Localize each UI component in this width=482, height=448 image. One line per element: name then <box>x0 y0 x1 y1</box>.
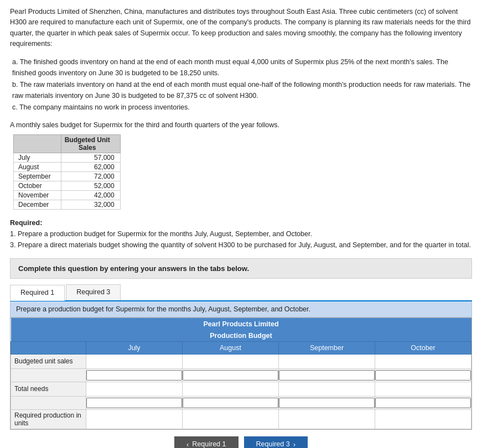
list-item: October52,000 <box>14 181 121 190</box>
budget-subtitle-row: Production Budget <box>11 330 471 342</box>
empty-october-2[interactable] <box>375 396 471 409</box>
required-header-label: Required: <box>10 219 42 227</box>
input-september-total[interactable] <box>282 385 371 393</box>
tab-required-1[interactable]: Required 1 <box>10 285 65 301</box>
prev-button[interactable]: ‹ Required 1 <box>174 436 239 448</box>
required-item: 3. Prepare a direct materials budget sho… <box>10 239 472 251</box>
col-october-header: October <box>375 341 471 354</box>
empty-october-1[interactable] <box>375 368 471 382</box>
list-item: August62,000 <box>14 162 121 171</box>
input-august-empty2[interactable] <box>183 398 278 408</box>
cell-october-budgeted[interactable] <box>375 354 471 368</box>
empty-august-1[interactable] <box>183 368 279 382</box>
row-label-budgeted-unit-sales: Budgeted unit sales <box>11 354 86 368</box>
input-october-req[interactable] <box>379 415 468 423</box>
empty-september-1[interactable] <box>279 368 375 382</box>
requirement-c: c. The company maintains no work in proc… <box>12 102 472 113</box>
sales-value: 72,000 <box>61 171 120 181</box>
budget-title-row: Pearl Products Limited <box>11 318 471 330</box>
sales-month: August <box>14 162 61 171</box>
list-item: September72,000 <box>14 171 121 181</box>
budget-header-row: July August September October <box>11 341 471 354</box>
budget-subtitle: Production Budget <box>11 330 471 342</box>
input-august-req[interactable] <box>186 415 275 423</box>
list-item: July57,000 <box>14 153 121 162</box>
empty-label-2 <box>11 396 86 409</box>
col-month-header <box>14 134 61 153</box>
input-august-budgeted[interactable] <box>186 357 275 365</box>
input-august-total[interactable] <box>186 385 275 393</box>
list-item: November42,000 <box>14 190 121 200</box>
col-sales-header: Budgeted UnitSales <box>61 134 120 153</box>
sales-value: 62,000 <box>61 162 120 171</box>
sales-value: 42,000 <box>61 190 120 200</box>
input-september-empty2[interactable] <box>279 398 375 408</box>
requirement-a: a. The finished goods inventory on hand … <box>12 56 472 79</box>
empty-july-2[interactable] <box>86 396 183 409</box>
sales-month: November <box>14 190 61 200</box>
input-september-budgeted[interactable] <box>282 357 371 365</box>
table-row: Total needs <box>11 382 471 396</box>
input-october-empty1[interactable] <box>375 370 471 381</box>
budget-title: Pearl Products Limited <box>11 318 471 330</box>
table-row <box>11 368 471 382</box>
sales-month: December <box>14 200 61 209</box>
intro-paragraph: Pearl Products Limited of Shenzhen, Chin… <box>10 7 472 50</box>
input-september-req[interactable] <box>282 415 371 423</box>
budget-table-wrapper: Pearl Products Limited Production Budget… <box>10 317 472 430</box>
budget-table: Pearl Products Limited Production Budget… <box>11 318 471 429</box>
sales-table: Budgeted UnitSales July57,000August62,00… <box>13 134 121 210</box>
cell-july-budgeted[interactable] <box>86 354 183 368</box>
sales-month: October <box>14 181 61 190</box>
col-label-header <box>11 341 86 354</box>
input-october-total[interactable] <box>379 385 468 393</box>
table-row: Required production in units <box>11 409 471 429</box>
tabs-row: Required 1 Required 3 <box>10 284 472 301</box>
empty-september-2[interactable] <box>279 396 375 409</box>
requirement-b: b. The raw materials inventory on hand a… <box>12 79 472 102</box>
table-row: Budgeted unit sales <box>11 354 471 368</box>
empty-label-1 <box>11 368 86 382</box>
cell-august-budgeted[interactable] <box>183 354 279 368</box>
input-july-budgeted[interactable] <box>90 357 179 365</box>
required-section: Required: 1. Prepare a production budget… <box>10 217 472 251</box>
next-button[interactable]: Required 3 › <box>244 436 308 448</box>
col-august-header: August <box>183 341 279 354</box>
list-item: December32,000 <box>14 200 121 209</box>
table-row <box>11 396 471 409</box>
tab-content-header: Prepare a production budget for Supermix… <box>10 301 472 317</box>
tab-required-3[interactable]: Required 3 <box>66 284 121 300</box>
nav-buttons: ‹ Required 1 Required 3 › <box>10 436 472 448</box>
row-label-required-production: Required production in units <box>11 409 86 429</box>
input-july-empty2[interactable] <box>86 398 182 408</box>
cell-october-total[interactable] <box>375 382 471 396</box>
input-july-req[interactable] <box>90 415 179 423</box>
cell-august-total[interactable] <box>183 382 279 396</box>
input-october-budgeted[interactable] <box>379 357 468 365</box>
input-september-empty1[interactable] <box>279 370 375 381</box>
col-september-header: September <box>279 341 375 354</box>
empty-august-2[interactable] <box>183 396 279 409</box>
col-july-header: July <box>86 341 183 354</box>
input-august-empty1[interactable] <box>183 370 278 381</box>
next-arrow-icon: › <box>293 440 296 448</box>
cell-july-req[interactable] <box>86 409 183 429</box>
requirements-list: a. The finished goods inventory on hand … <box>10 56 472 113</box>
prev-button-label: Required 1 <box>192 440 226 448</box>
sales-value: 52,000 <box>61 181 120 190</box>
cell-september-budgeted[interactable] <box>279 354 375 368</box>
cell-october-req[interactable] <box>375 409 471 429</box>
input-july-total[interactable] <box>90 385 179 393</box>
prev-arrow-icon: ‹ <box>186 440 189 448</box>
cell-july-total[interactable] <box>86 382 183 396</box>
cell-september-req[interactable] <box>279 409 375 429</box>
instruction-box: Complete this question by entering your … <box>10 258 472 279</box>
input-july-empty1[interactable] <box>86 370 182 381</box>
cell-september-total[interactable] <box>279 382 375 396</box>
sales-value: 57,000 <box>61 153 120 162</box>
sales-value: 32,000 <box>61 200 120 209</box>
empty-july-1[interactable] <box>86 368 183 382</box>
sales-month: July <box>14 153 61 162</box>
input-october-empty2[interactable] <box>375 398 471 408</box>
cell-august-req[interactable] <box>183 409 279 429</box>
